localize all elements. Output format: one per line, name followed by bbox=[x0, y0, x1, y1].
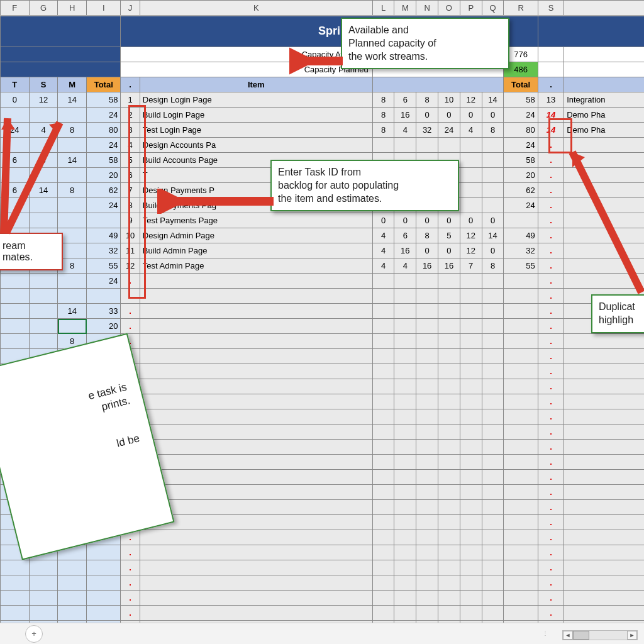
table-row[interactable]: 20.. bbox=[1, 319, 645, 334]
callout-stream-estimates: ream mates. bbox=[0, 233, 63, 270]
column-header-row: F G H I J K L M N O P Q R S bbox=[1, 1, 645, 16]
col-P[interactable]: P bbox=[460, 1, 482, 16]
capacity-available-row: Capacity Available 776 Capa bbox=[1, 47, 645, 62]
col-J[interactable]: J bbox=[121, 1, 140, 16]
capacity-available-right: Capa bbox=[564, 47, 644, 62]
col-L[interactable]: L bbox=[372, 1, 394, 16]
hdr-item[interactable]: Item bbox=[140, 77, 372, 92]
hdr-total-right[interactable]: Total bbox=[504, 77, 538, 92]
section-header-row: T S M Total . Item Total . bbox=[1, 77, 645, 92]
table-row[interactable]: 244Design Accounts Pa24. bbox=[1, 138, 645, 153]
table-row[interactable]: .. bbox=[1, 575, 645, 591]
scroll-right-button[interactable]: ► bbox=[627, 631, 637, 640]
capacity-planned-row: Capacity Planned 486 Capa bbox=[1, 62, 645, 77]
col-F[interactable]: F bbox=[1, 1, 30, 16]
table-row[interactable]: 01214581Design Login Page8681012145813In… bbox=[1, 92, 645, 108]
scroll-left-button[interactable]: ◄ bbox=[563, 631, 573, 640]
hdr-M[interactable]: M bbox=[58, 77, 87, 92]
table-row[interactable]: .. bbox=[1, 606, 645, 621]
capacity-available-label: Capacity Available bbox=[121, 47, 372, 62]
hdr-id[interactable]: . bbox=[121, 77, 140, 92]
col-M[interactable]: M bbox=[394, 1, 416, 16]
table-row[interactable]: .. bbox=[1, 591, 645, 606]
table-row[interactable]: .. bbox=[1, 289, 645, 304]
col-Q[interactable]: Q bbox=[482, 1, 504, 16]
table-row[interactable]: 242Build Login Page81600002414Demo Pha bbox=[1, 108, 645, 123]
table-row[interactable]: 9Test Payments Page000000. bbox=[1, 213, 645, 228]
table-row[interactable]: 123211Build Admin Page4160012032. bbox=[1, 243, 645, 258]
callout-duplicate: Duplicat highligh bbox=[591, 294, 644, 333]
table-row[interactable]: 2448803Test Login Page843224488014Demo P… bbox=[1, 123, 645, 138]
col-R[interactable]: R bbox=[504, 1, 538, 16]
col-N[interactable]: N bbox=[416, 1, 438, 16]
table-row[interactable]: .. bbox=[1, 560, 645, 575]
table-row[interactable]: 61285512Test Admin Page4416167855. bbox=[1, 258, 645, 274]
col-O[interactable]: O bbox=[438, 1, 460, 16]
col-H[interactable]: H bbox=[58, 1, 87, 16]
hdr-T[interactable]: T bbox=[1, 77, 30, 92]
col-K[interactable]: K bbox=[140, 1, 372, 16]
grid-table[interactable]: F G H I J K L M N O P Q R S Spri Capacit… bbox=[0, 0, 644, 644]
sheet-tab-bar[interactable]: + ⋮ ◄ ► bbox=[0, 623, 644, 644]
col-S[interactable]: S bbox=[538, 1, 564, 16]
hdr-S[interactable]: S bbox=[29, 77, 58, 92]
capacity-planned-label: Capacity Planned bbox=[121, 62, 372, 77]
col-I[interactable]: I bbox=[87, 1, 121, 16]
table-row[interactable]: 1433.. bbox=[1, 304, 645, 319]
table-row[interactable]: 24.. bbox=[1, 274, 645, 289]
add-sheet-button[interactable]: + bbox=[25, 625, 43, 643]
scroll-track[interactable] bbox=[573, 631, 627, 640]
hdr-total-left[interactable]: Total bbox=[87, 77, 121, 92]
callout-taskid: Enter Task ID from backlog for auto popu… bbox=[270, 160, 459, 211]
hdr-id2[interactable]: . bbox=[538, 77, 564, 92]
tab-scroll-dots: ⋮ bbox=[542, 630, 550, 636]
scroll-thumb[interactable] bbox=[573, 631, 589, 640]
title-row: Spri bbox=[1, 16, 645, 47]
col-G[interactable]: G bbox=[29, 1, 58, 16]
horizontal-scrollbar[interactable]: ◄ ► bbox=[562, 630, 638, 640]
spreadsheet-area[interactable]: F G H I J K L M N O P Q R S Spri Capacit… bbox=[0, 0, 644, 623]
table-row[interactable]: 4910Design Admin Page4685121449. bbox=[1, 228, 645, 243]
table-row[interactable]: .. bbox=[1, 545, 645, 560]
col-ext[interactable] bbox=[564, 1, 644, 16]
callout-capacity: Available and Planned capacity of the wo… bbox=[341, 18, 509, 69]
capacity-planned-right: Capa bbox=[564, 62, 644, 77]
